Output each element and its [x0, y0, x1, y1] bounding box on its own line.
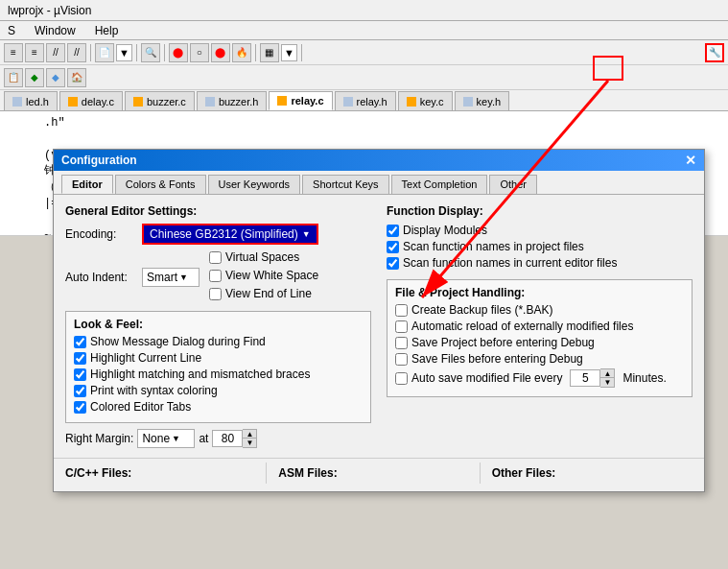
files-cell-other: Other Files: — [481, 462, 693, 484]
margin-spinbox-container: 80 ▲ ▼ — [212, 429, 257, 448]
colored-tabs-label: Colored Editor Tabs — [90, 400, 191, 414]
margin-spin-buttons: ▲ ▼ — [243, 429, 257, 448]
margin-spinbox[interactable]: 80 — [212, 430, 243, 447]
scan-editor-row: Scan function names in current editor fi… — [387, 256, 693, 270]
laf-title: Look & Feel: — [74, 318, 363, 331]
encoding-label: Encoding: — [65, 227, 142, 241]
scan-project-label: Scan function names in project files — [403, 240, 584, 253]
dialog-tab-keywords[interactable]: User Keywords — [208, 175, 301, 194]
panel-left: General Editor Settings: Encoding: Chine… — [65, 204, 371, 448]
panel-right: Function Display: Display Modules Scan f… — [387, 204, 693, 448]
virtual-spaces-label: Virtual Spaces — [225, 250, 299, 264]
dialog-overlay: Configuration ✕ Editor Colors & Fonts Us… — [0, 0, 728, 569]
function-display-title: Function Display: — [387, 204, 693, 218]
margin-num: 80 — [222, 432, 234, 445]
print-syntax-label: Print with syntax coloring — [90, 384, 218, 397]
save-project-label: Save Project before entering Debug — [411, 336, 595, 349]
highlight-braces-checkbox[interactable] — [74, 368, 86, 381]
fp-title: File & Project Handling: — [395, 286, 684, 299]
dialog-tab-other[interactable]: Other — [489, 175, 537, 194]
scan-editor-label: Scan function names in current editor fi… — [403, 256, 617, 270]
minutes-label: Minutes. — [622, 371, 666, 385]
save-files-checkbox[interactable] — [395, 353, 408, 366]
dialog-tab-colors[interactable]: Colors & Fonts — [115, 175, 206, 194]
highlight-line-checkbox[interactable] — [74, 352, 86, 365]
view-eol-checkbox[interactable] — [209, 288, 222, 300]
laf-colored-tabs: Colored Editor Tabs — [74, 400, 363, 414]
fp-backup: Create Backup files (*.BAK) — [395, 303, 684, 317]
autosave-checkbox[interactable] — [395, 372, 408, 385]
display-modules-checkbox[interactable] — [387, 225, 399, 237]
encoding-arrow: ▼ — [302, 229, 311, 239]
margin-arrow: ▼ — [172, 434, 180, 443]
general-settings-title: General Editor Settings: — [65, 204, 371, 218]
show-message-checkbox[interactable] — [74, 336, 86, 348]
show-message-label: Show Message Dialog during Find — [90, 335, 266, 348]
fp-autoreload: Automatic reload of externally modified … — [395, 320, 684, 333]
autosave-spinbox[interactable]: 5 — [570, 369, 600, 387]
laf-print-syntax: Print with syntax coloring — [74, 384, 363, 397]
backup-label: Create Backup files (*.BAK) — [411, 303, 552, 317]
scan-project-row: Scan function names in project files — [387, 240, 693, 253]
virtual-spaces-row: Virtual Spaces — [209, 250, 318, 264]
indent-arrow: ▼ — [179, 273, 188, 282]
laf-show-message: Show Message Dialog during Find — [74, 335, 363, 348]
files-row: C/C++ Files: ASM Files: Other Files: — [65, 462, 693, 484]
right-margin-dropdown[interactable]: None ▼ — [137, 429, 195, 448]
dialog-title-text: Configuration — [61, 154, 137, 167]
dialog-bottom: C/C++ Files: ASM Files: Other Files: — [54, 458, 704, 491]
look-and-feel-section: Look & Feel: Show Message Dialog during … — [65, 311, 371, 423]
dialog-tab-shortcuts[interactable]: Shortcut Keys — [302, 175, 388, 194]
files-cell-asm: ASM Files: — [267, 462, 480, 484]
autosave-label: Auto save modified File every — [411, 371, 562, 385]
dialog-tab-completion[interactable]: Text Completion — [391, 175, 488, 194]
highlight-braces-label: Highlight matching and mismatched braces — [90, 367, 310, 381]
print-syntax-checkbox[interactable] — [74, 385, 86, 397]
dialog-body: General Editor Settings: Encoding: Chine… — [54, 195, 704, 458]
autoreload-checkbox[interactable] — [395, 320, 408, 333]
laf-highlight-braces: Highlight matching and mismatched braces — [74, 367, 363, 381]
display-modules-label: Display Modules — [403, 224, 487, 237]
fp-save-project: Save Project before entering Debug — [395, 336, 684, 349]
dialog-tabs: Editor Colors & Fonts User Keywords Shor… — [54, 171, 704, 195]
scan-editor-checkbox[interactable] — [387, 257, 399, 270]
dialog-titlebar: Configuration ✕ — [54, 150, 704, 171]
indent-dropdown[interactable]: Smart ▼ — [142, 268, 200, 287]
auto-indent-label: Auto Indent: — [65, 271, 142, 284]
encoding-row: Encoding: Chinese GB2312 (Simplified) ▼ — [65, 224, 371, 245]
encoding-dropdown[interactable]: Chinese GB2312 (Simplified) ▼ — [142, 224, 318, 245]
dialog-tab-editor[interactable]: Editor — [61, 175, 113, 194]
margin-spin-down[interactable]: ▼ — [243, 439, 256, 447]
fp-save-files: Save Files before entering Debug — [395, 352, 684, 366]
autosave-spin-down[interactable]: ▼ — [600, 378, 614, 387]
dialog-close-button[interactable]: ✕ — [685, 153, 696, 168]
autosave-spinbox-container: 5 ▲ ▼ — [570, 368, 615, 388]
file-project-section: File & Project Handling: Create Backup f… — [387, 279, 693, 397]
autosave-spin-up[interactable]: ▲ — [600, 369, 614, 378]
laf-highlight-line: Highlight Current Line — [74, 351, 363, 365]
right-margin-value: None — [142, 432, 170, 445]
view-white-space-row: View White Space — [209, 269, 318, 282]
backup-checkbox[interactable] — [395, 304, 408, 317]
encoding-value: Chinese GB2312 (Simplified) — [150, 227, 298, 241]
display-modules-row: Display Modules — [387, 224, 693, 237]
at-label: at — [199, 432, 208, 445]
scan-project-checkbox[interactable] — [387, 241, 399, 253]
view-eol-row: View End of Line — [209, 287, 318, 300]
right-margin-row: Right Margin: None ▼ at 80 ▲ ▼ — [65, 429, 371, 448]
right-margin-label: Right Margin: — [65, 432, 133, 445]
autoreload-label: Automatic reload of externally modified … — [411, 320, 633, 333]
view-eol-label: View End of Line — [225, 287, 312, 300]
colored-tabs-checkbox[interactable] — [74, 401, 86, 414]
save-project-checkbox[interactable] — [395, 337, 408, 349]
indent-value: Smart — [147, 271, 177, 284]
virtual-spaces-checkbox[interactable] — [209, 251, 222, 264]
files-cell-cpp: C/C++ Files: — [65, 462, 267, 484]
save-files-label: Save Files before entering Debug — [411, 352, 583, 366]
fp-autosave: Auto save modified File every 5 ▲ ▼ Minu… — [395, 368, 684, 388]
view-white-space-label: View White Space — [225, 269, 318, 282]
view-white-space-checkbox[interactable] — [209, 270, 222, 282]
margin-spin-up[interactable]: ▲ — [243, 430, 256, 439]
configuration-dialog: Configuration ✕ Editor Colors & Fonts Us… — [53, 149, 705, 492]
auto-indent-row: Auto Indent: Smart ▼ Virtual Spaces View… — [65, 250, 371, 303]
